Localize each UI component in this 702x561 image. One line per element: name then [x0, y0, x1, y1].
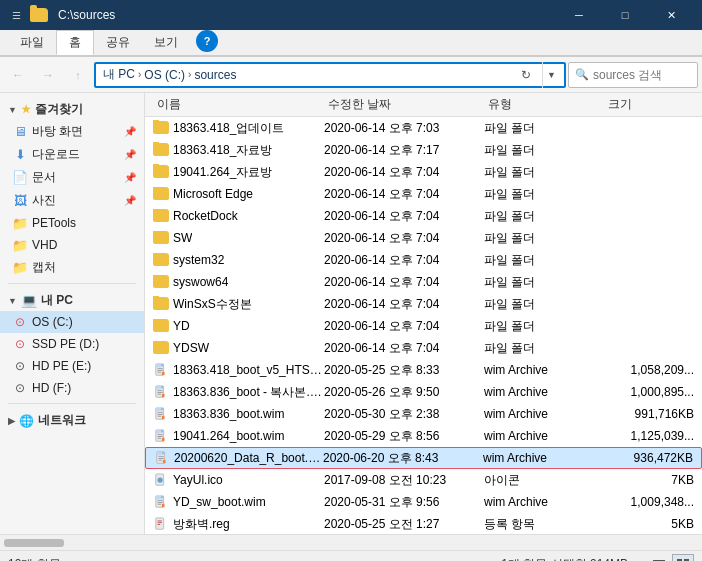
col-size[interactable]: 크기 — [604, 96, 694, 113]
file-row[interactable]: system32 2020-06-14 오후 7:04 파일 폴더 — [145, 249, 702, 271]
sidebar-item-desktop[interactable]: 🖥 바탕 화면 📌 — [0, 120, 144, 143]
minimize-button[interactable]: ─ — [556, 0, 602, 30]
file-name: 20200620_Data_R_boot.wim — [154, 450, 323, 466]
address-bar[interactable]: 내 PC › OS (C:) › sources ↻ ▼ — [94, 62, 566, 88]
sidebar-item-petools[interactable]: 📁 PETools — [0, 212, 144, 234]
sidebar-item-pics[interactable]: 🖼 사진 📌 — [0, 189, 144, 212]
ico-icon — [153, 472, 169, 488]
folder-icon — [153, 253, 169, 267]
wim-icon — [153, 406, 169, 422]
file-type: 파일 폴더 — [484, 296, 604, 313]
sidebar-item-e[interactable]: ⊙ HD PE (E:) — [0, 355, 144, 377]
sidebar-item-d[interactable]: ⊙ SSD PE (D:) — [0, 333, 144, 355]
file-row[interactable]: 18363.418_자료방 2020-06-14 오후 7:17 파일 폴더 — [145, 139, 702, 161]
col-name[interactable]: 이름 — [153, 96, 324, 113]
file-name: YD — [153, 319, 324, 333]
search-input[interactable] — [593, 68, 683, 82]
sidebar-label-d: SSD PE (D:) — [32, 337, 136, 351]
file-size: 991,716KB — [604, 407, 694, 421]
sidebar-item-c[interactable]: ⊙ OS (C:) — [0, 311, 144, 333]
tiles-view-icon — [676, 558, 690, 562]
svg-rect-17 — [158, 412, 163, 413]
file-row[interactable]: YD_sw_boot.wim 2020-05-31 오후 9:56 wim Ar… — [145, 491, 702, 513]
folder-icon — [153, 231, 169, 245]
file-date: 2020-06-14 오후 7:03 — [324, 120, 484, 137]
tab-home[interactable]: 홈 — [56, 30, 94, 55]
svg-rect-45 — [158, 521, 162, 522]
svg-rect-31 — [159, 456, 164, 457]
view-tiles-button[interactable] — [672, 554, 694, 562]
col-type[interactable]: 유형 — [484, 96, 604, 113]
close-button[interactable]: ✕ — [648, 0, 694, 30]
tab-view[interactable]: 보기 — [142, 30, 190, 55]
address-dropdown-button[interactable]: ▼ — [542, 62, 560, 88]
breadcrumb-sources[interactable]: sources — [191, 68, 239, 82]
my-pc-icon: 💻 — [21, 293, 37, 308]
file-row[interactable]: YayUl.ico 2017-09-08 오전 10:23 아이콘 7KB — [145, 469, 702, 491]
refresh-button[interactable]: ↻ — [514, 63, 538, 87]
file-row[interactable]: YD 2020-06-14 오후 7:04 파일 폴더 — [145, 315, 702, 337]
breadcrumb-drive[interactable]: OS (C:) — [141, 68, 188, 82]
file-type: 파일 폴더 — [484, 252, 604, 269]
my-pc-header[interactable]: ▼ 💻 내 PC — [0, 288, 144, 311]
file-name: 18363.418_업데이트 — [153, 120, 324, 137]
status-selected-info: 1개 항목 선택함 914MB — [501, 556, 628, 561]
file-name: 19041.264_자료방 — [153, 164, 324, 181]
file-date: 2020-05-25 오후 8:33 — [324, 362, 484, 379]
file-type: wim Archive — [484, 385, 604, 399]
file-size: 936,472KB — [603, 451, 693, 465]
file-row[interactable]: 19041.264_boot.wim 2020-05-29 오후 8:56 wi… — [145, 425, 702, 447]
file-row[interactable]: 20200620_Data_R_boot.wim 2020-06-20 오후 8… — [145, 447, 702, 469]
svg-rect-6 — [162, 372, 165, 376]
wim-icon — [154, 450, 170, 466]
tab-file[interactable]: 파일 — [8, 30, 56, 55]
network-header[interactable]: ▶ 🌐 네트워크 — [0, 408, 144, 431]
folder-icon — [153, 319, 169, 333]
col-date[interactable]: 수정한 날짜 — [324, 96, 484, 113]
breadcrumb-pc[interactable]: 내 PC — [100, 66, 138, 83]
file-size: 1,058,209... — [604, 363, 694, 377]
sidebar-label-f: HD (F:) — [32, 381, 136, 395]
sidebar-item-docs[interactable]: 📄 문서 📌 — [0, 166, 144, 189]
hscroll-area[interactable] — [0, 534, 702, 550]
file-row[interactable]: RocketDock 2020-06-14 오후 7:04 파일 폴더 — [145, 205, 702, 227]
sidebar-item-capture[interactable]: 📁 캡처 — [0, 256, 144, 279]
file-type: wim Archive — [484, 363, 604, 377]
svg-rect-25 — [158, 436, 163, 437]
svg-point-36 — [158, 477, 163, 482]
help-button[interactable]: ? — [196, 30, 218, 52]
file-row[interactable]: SW 2020-06-14 오후 7:04 파일 폴더 — [145, 227, 702, 249]
file-row[interactable]: 18363.836_boot - 복사본.wi... 2020-05-26 오후… — [145, 381, 702, 403]
file-name: 18363.836_boot - 복사본.wi... — [153, 384, 324, 401]
sidebar-item-f[interactable]: ⊙ HD (F:) — [0, 377, 144, 399]
sidebar-item-vhd[interactable]: 📁 VHD — [0, 234, 144, 256]
sidebar-item-download[interactable]: ⬇ 다운로드 📌 — [0, 143, 144, 166]
file-row[interactable]: Microsoft Edge 2020-06-14 오후 7:04 파일 폴더 — [145, 183, 702, 205]
status-bar: 19개 항목 1개 항목 선택함 914MB — [0, 550, 702, 561]
folder-icon — [153, 341, 169, 355]
file-row[interactable]: 18363.418_업데이트 2020-06-14 오후 7:03 파일 폴더 — [145, 117, 702, 139]
file-date: 2020-06-14 오후 7:04 — [324, 318, 484, 335]
file-row[interactable]: YDSW 2020-06-14 오후 7:04 파일 폴더 — [145, 337, 702, 359]
status-item-count: 19개 항목 — [8, 556, 501, 561]
file-row[interactable]: 19041.264_자료방 2020-06-14 오후 7:04 파일 폴더 — [145, 161, 702, 183]
file-row[interactable]: 18363.836_boot.wim 2020-05-30 오후 2:38 wi… — [145, 403, 702, 425]
file-row[interactable]: WinSxS수정본 2020-06-14 오후 7:04 파일 폴더 — [145, 293, 702, 315]
search-box[interactable]: 🔍 — [568, 62, 698, 88]
file-name: YDSW — [153, 341, 324, 355]
view-details-button[interactable] — [648, 554, 670, 562]
svg-rect-29 — [157, 452, 162, 456]
maximize-button[interactable]: □ — [602, 0, 648, 30]
file-row[interactable]: 방화벽.reg 2020-05-25 오전 1:27 등록 항목 5KB — [145, 513, 702, 534]
quick-access-header[interactable]: ▼ ★ 즐겨찾기 — [0, 97, 144, 120]
file-name: 방화벽.reg — [153, 516, 324, 533]
file-row[interactable]: syswow64 2020-06-14 오후 7:04 파일 폴더 — [145, 271, 702, 293]
file-name: YayUl.ico — [153, 472, 324, 488]
up-button[interactable]: ↑ — [64, 61, 92, 89]
sidebar-label-c: OS (C:) — [32, 315, 136, 329]
file-row[interactable]: 18363.418_boot_v5_HTS_A... 2020-05-25 오후… — [145, 359, 702, 381]
title-bar: ☰ C:\sources ─ □ ✕ — [0, 0, 702, 30]
tab-share[interactable]: 공유 — [94, 30, 142, 55]
wim-icon — [153, 428, 169, 444]
hscroll-bar[interactable] — [4, 539, 64, 547]
